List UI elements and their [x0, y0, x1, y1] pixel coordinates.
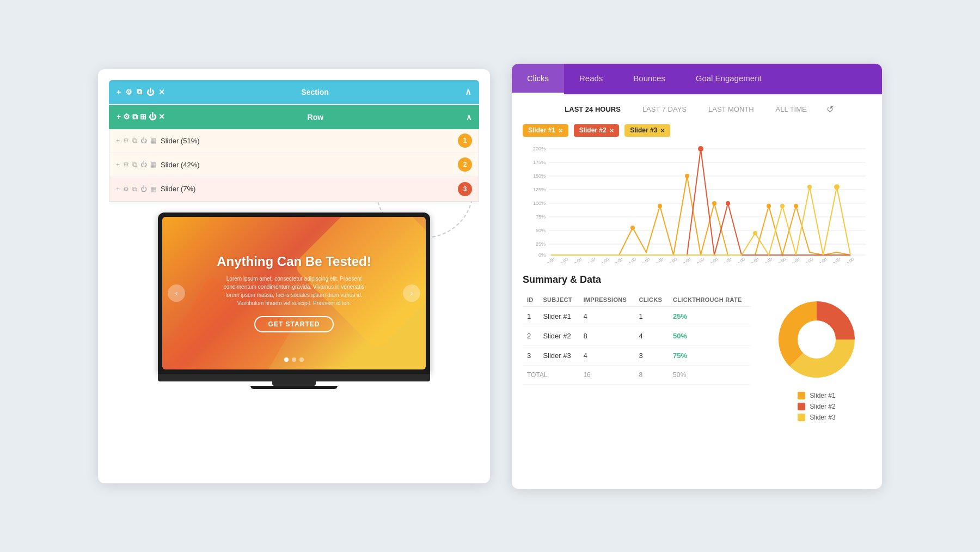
svg-point-45 — [767, 204, 771, 208]
laptop-base — [158, 374, 430, 381]
tab-clicks[interactable]: Clicks — [512, 64, 564, 94]
dot-2[interactable] — [292, 357, 296, 362]
pie-legend: Slider #1 Slider #2 Slider #3 — [798, 392, 835, 421]
filter-tag-slider3[interactable]: Slider #3 × — [624, 124, 670, 137]
svg-text:22:00: 22:00 — [544, 256, 556, 263]
total-impressions: 16 — [579, 365, 634, 384]
chart-svg: 200% 175% 150% 125% 100% 75% 50% 25% 0% … — [523, 143, 871, 263]
svg-text:16:00: 16:00 — [789, 256, 801, 263]
svg-text:11:00: 11:00 — [721, 256, 733, 263]
filter-tag-slider1-close[interactable]: × — [559, 126, 563, 135]
svg-text:15:00: 15:00 — [776, 256, 787, 263]
slider-next-arrow[interactable]: › — [403, 284, 420, 302]
dot-1[interactable] — [284, 357, 289, 362]
svg-text:08:00: 08:00 — [681, 256, 692, 263]
filter-last-7d[interactable]: LAST 7 DAYS — [638, 103, 691, 116]
svg-text:14:00: 14:00 — [762, 256, 774, 263]
filter-tag-slider2-close[interactable]: × — [610, 126, 614, 135]
reset-filter-icon[interactable]: ↺ — [826, 104, 834, 114]
tab-bounces[interactable]: Bounces — [618, 64, 680, 94]
dot-3[interactable] — [299, 357, 304, 362]
col-subject: SUBJECT — [538, 293, 579, 307]
row-chevron[interactable]: ∧ — [466, 113, 471, 122]
summary-title: Summary & Data — [523, 274, 751, 286]
gear-icon[interactable]: ⚙ — [123, 112, 130, 121]
svg-text:00:00: 00:00 — [572, 256, 583, 263]
filter-last-24h[interactable]: LAST 24 HOURS — [560, 103, 625, 116]
svg-text:06:00: 06:00 — [653, 256, 665, 263]
filter-tag-slider2[interactable]: Slider #2 × — [574, 124, 620, 137]
legend-dot-slider2 — [798, 403, 805, 410]
svg-point-41 — [630, 226, 635, 230]
svg-point-47 — [698, 146, 703, 151]
row1-clicks: 1 — [634, 306, 669, 326]
svg-text:18:00: 18:00 — [817, 256, 828, 263]
section-chevron[interactable]: ∧ — [465, 87, 471, 97]
section-bar-icons: + ⚙ ⧉ ⏻ ✕ — [117, 87, 165, 96]
svg-text:02:00: 02:00 — [599, 256, 610, 263]
row2-id: 2 — [523, 326, 538, 345]
svg-text:75%: 75% — [536, 214, 546, 220]
slider-prev-arrow[interactable]: ‹ — [168, 284, 185, 302]
laptop-screen: ‹ Anything Can Be Tested! Lorem ipsum am… — [158, 213, 430, 374]
copy-icon[interactable]: ⧉ — [132, 112, 138, 121]
filter-all-time[interactable]: ALL TIME — [771, 103, 811, 116]
data-table: ID SUBJECT IMPRESSIONS CLICKS CLICKTHROU… — [523, 293, 751, 385]
svg-text:09:00: 09:00 — [694, 256, 706, 263]
add-icon[interactable]: + — [117, 112, 121, 121]
power-icon[interactable]: ⏻ — [149, 112, 156, 121]
table-row: 1 Slider #1 4 1 25% — [523, 306, 751, 326]
laptop-cta-button[interactable]: GET STARTED — [254, 316, 334, 332]
svg-point-48 — [726, 201, 730, 205]
filter-last-month[interactable]: LAST MONTH — [704, 103, 758, 116]
row2-subject: Slider #2 — [538, 326, 579, 345]
row2-clicks: 4 — [634, 326, 669, 345]
svg-text:07:00: 07:00 — [667, 256, 678, 263]
filter-tag-slider2-label: Slider #2 — [579, 126, 607, 134]
slider-1-badge: 1 — [458, 134, 472, 148]
col-impressions: IMPRESSIONS — [579, 293, 634, 307]
slider-item-2[interactable]: +⚙⧉⏻▦ Slider (42%) 2 — [109, 153, 479, 177]
svg-text:20:00: 20:00 — [844, 256, 855, 263]
row-bar-icons: + ⚙ ⧉ ⊞ ⏻ ✕ — [117, 112, 165, 122]
svg-point-49 — [753, 231, 757, 235]
delete-icon[interactable]: ✕ — [158, 88, 165, 96]
laptop-foot — [250, 386, 338, 389]
grid-icon[interactable]: ⊞ — [140, 112, 146, 121]
total-label: TOTAL — [523, 365, 579, 384]
right-panel: Clicks Reads Bounces Goal Engagement LAS… — [512, 64, 882, 489]
svg-text:200%: 200% — [533, 146, 546, 151]
slider-item-3[interactable]: +⚙⧉⏻▦ Slider (7%) 3 — [109, 177, 479, 201]
tabs-bar: Clicks Reads Bounces Goal Engagement — [512, 64, 882, 94]
table-row: 3 Slider #3 4 3 75% — [523, 345, 751, 365]
row1-subject: Slider #1 — [538, 306, 579, 326]
row2-impressions: 8 — [579, 326, 634, 345]
svg-text:50%: 50% — [536, 228, 546, 233]
table-row: 2 Slider #2 8 4 50% — [523, 326, 751, 345]
svg-text:03:00: 03:00 — [612, 256, 624, 263]
slider-item-1[interactable]: +⚙⧉⏻▦ Slider (51%) 1 — [109, 129, 479, 153]
slider-2-label: Slider (42%) — [161, 161, 454, 169]
add-icon[interactable]: + — [117, 88, 121, 96]
row1-rate: 25% — [669, 306, 751, 326]
power-icon[interactable]: ⏻ — [146, 88, 154, 96]
svg-text:04:00: 04:00 — [626, 256, 638, 263]
row-bar[interactable]: + ⚙ ⧉ ⊞ ⏻ ✕ Row ∧ — [109, 105, 479, 129]
section-bar[interactable]: + ⚙ ⧉ ⏻ ✕ Section ∧ — [109, 80, 479, 104]
col-clicks: CLICKS — [634, 293, 669, 307]
gear-icon[interactable]: ⚙ — [125, 88, 132, 96]
svg-point-46 — [794, 204, 798, 208]
svg-point-43 — [685, 174, 689, 178]
laptop-headline: Anything Can Be Tested! — [217, 254, 371, 269]
filter-tag-slider3-close[interactable]: × — [660, 126, 665, 135]
tab-reads[interactable]: Reads — [564, 64, 618, 94]
tab-goal-engagement[interactable]: Goal Engagement — [681, 64, 777, 94]
laptop-body: Lorem ipsum amet, consectetur adipiscing… — [218, 275, 370, 307]
row1-impressions: 4 — [579, 306, 634, 326]
svg-text:175%: 175% — [533, 160, 546, 165]
filter-tags: Slider #1 × Slider #2 × Slider #3 × — [512, 124, 882, 143]
col-id: ID — [523, 293, 538, 307]
filter-tag-slider1[interactable]: Slider #1 × — [523, 124, 568, 137]
copy-icon[interactable]: ⧉ — [137, 87, 142, 96]
delete-icon[interactable]: ✕ — [158, 112, 165, 121]
